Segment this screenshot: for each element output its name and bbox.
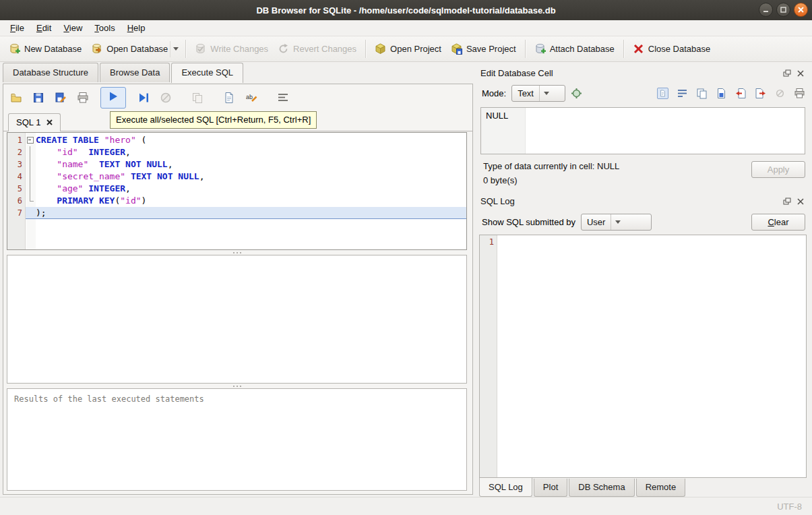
print-icon[interactable] (77, 92, 89, 104)
export-cell-icon[interactable] (755, 88, 766, 99)
chevron-down-icon (173, 47, 179, 52)
chevron-down-icon (539, 86, 553, 101)
open-database-button[interactable]: Open Database (86, 40, 173, 58)
dock-tab-remote[interactable]: Remote (636, 479, 686, 497)
sql-editor[interactable]: 1CREATE TABLE "hero" (2 "id" INTEGER,3 "… (7, 132, 467, 250)
minimize-button[interactable] (759, 3, 773, 17)
mode-label: Mode: (482, 88, 506, 98)
statusbar: UTF-8 (0, 497, 812, 515)
menu-edit[interactable]: Edit (30, 20, 57, 36)
close-dock-icon[interactable] (796, 197, 805, 206)
format-sql-icon[interactable] (277, 92, 289, 104)
print-cell-icon[interactable] (794, 88, 805, 99)
results-grid-pane[interactable] (7, 255, 467, 384)
write-changes-button[interactable]: Write Changes (190, 40, 273, 58)
log-line-gutter (480, 235, 497, 477)
attach-database-button[interactable]: Attach Database (530, 40, 619, 58)
code-line: 1CREATE TABLE "hero" ( (7, 134, 466, 146)
edit-sql-icon[interactable]: ab (245, 92, 257, 104)
save-project-icon (451, 43, 462, 55)
sql-log-filter-row: Show SQL submitted by User Clear (479, 209, 807, 235)
save-sql-file-icon[interactable] (32, 92, 44, 104)
save-sql-as-icon[interactable] (55, 92, 67, 104)
tab-browse-data[interactable]: Browse Data (100, 63, 170, 82)
float-dock-icon[interactable] (782, 69, 792, 78)
results-message-pane[interactable]: Results of the last executed statements (7, 388, 467, 491)
splitter-handle[interactable] (7, 250, 467, 255)
stop-icon[interactable] (160, 92, 172, 104)
maximize-button[interactable] (776, 3, 790, 17)
close-tab-icon[interactable] (46, 119, 53, 125)
copy-cell-icon[interactable] (696, 88, 708, 99)
menu-file[interactable]: File (4, 20, 30, 36)
tab-database-structure[interactable]: Database Structure (3, 63, 98, 82)
mode-combobox[interactable]: Text (511, 85, 565, 102)
menu-help[interactable]: Help (121, 20, 152, 36)
main-toolbar: New Database Open Database Write Changes… (0, 36, 812, 62)
edit-cell-title: Edit Database Cell (480, 68, 553, 78)
close-database-button[interactable]: Close Database (628, 40, 716, 58)
fold-line (26, 207, 36, 219)
sql-document-tab[interactable]: SQL 1 (8, 113, 61, 131)
open-project-button[interactable]: Open Project (370, 40, 446, 58)
text-mode-icon[interactable] (657, 88, 668, 99)
main-content: Database Structure Browse Data Execute S… (0, 62, 812, 497)
import-cell-icon[interactable] (735, 88, 747, 99)
close-button[interactable] (794, 3, 808, 17)
word-wrap-icon[interactable] (677, 88, 688, 99)
dock-tab-db-schema[interactable]: DB Schema (569, 479, 634, 497)
code-line: 6 PRIMARY KEY("id") (7, 195, 466, 207)
execute-all-button[interactable] (100, 87, 126, 109)
cell-edit-icons (657, 88, 805, 99)
execute-line-icon[interactable] (137, 92, 150, 104)
encoding-indicator[interactable]: UTF-8 (777, 502, 802, 512)
code-line: 2 "id" INTEGER, (7, 146, 466, 158)
apply-button[interactable]: Apply (751, 161, 805, 178)
close-database-icon (633, 43, 644, 55)
sql-toolbar: ab (3, 84, 472, 111)
titlebar: DB Browser for SQLite - /home/user/code/… (0, 0, 812, 20)
revert-changes-button[interactable]: Revert Changes (273, 40, 361, 58)
menu-view[interactable]: View (57, 20, 88, 36)
splitter-handle[interactable] (7, 384, 467, 388)
code-line: 4 "secret_name" TEXT NOT NULL, (7, 171, 466, 183)
clear-button[interactable]: Clear (751, 214, 805, 231)
submitted-by-combobox[interactable]: User (581, 214, 652, 231)
fold-line (26, 146, 36, 158)
attach-database-icon (534, 43, 546, 55)
dock-tab-bar: SQL Log Plot DB Schema Remote (479, 478, 807, 497)
open-sql-file-icon[interactable] (10, 92, 22, 104)
set-null-icon[interactable] (774, 88, 786, 99)
fold-line (26, 183, 36, 195)
open-database-dropdown[interactable] (170, 41, 181, 57)
right-panel: Edit Database Cell Mode: Text (475, 62, 812, 497)
open-project-icon (375, 43, 386, 55)
filter-label: Show SQL submitted by (482, 217, 575, 227)
new-database-button[interactable]: New Database (4, 40, 86, 58)
save-project-button[interactable]: Save Project (446, 40, 521, 58)
auto-format-icon[interactable] (571, 88, 582, 99)
sql-log-view[interactable]: 1 (479, 235, 807, 478)
dock-tab-sql-log[interactable]: SQL Log (479, 478, 532, 497)
chevron-down-icon (611, 214, 625, 230)
copy-results-icon[interactable] (191, 92, 204, 104)
export-results-icon[interactable] (223, 92, 235, 104)
toolbar-separator (525, 40, 526, 58)
new-database-icon (9, 43, 20, 55)
dock-tab-plot[interactable]: Plot (534, 479, 567, 497)
tab-execute-sql[interactable]: Execute SQL (171, 63, 243, 83)
close-dock-icon[interactable] (796, 69, 805, 78)
menu-tools[interactable]: Tools (88, 20, 121, 36)
svg-text:ab: ab (246, 94, 253, 100)
fold-line (26, 195, 36, 207)
fold-marker-icon[interactable] (26, 134, 36, 146)
sql-tab-label: SQL 1 (16, 117, 40, 127)
revert-changes-icon (278, 43, 289, 55)
save-cell-icon[interactable] (716, 88, 727, 99)
open-database-icon (91, 43, 102, 55)
float-dock-icon[interactable] (782, 197, 792, 206)
log-line-number: 1 (480, 237, 494, 247)
cell-editor[interactable]: NULL (480, 107, 805, 154)
menubar: File Edit View Tools Help (0, 20, 812, 36)
code-line: 5 "age" INTEGER, (7, 183, 466, 195)
